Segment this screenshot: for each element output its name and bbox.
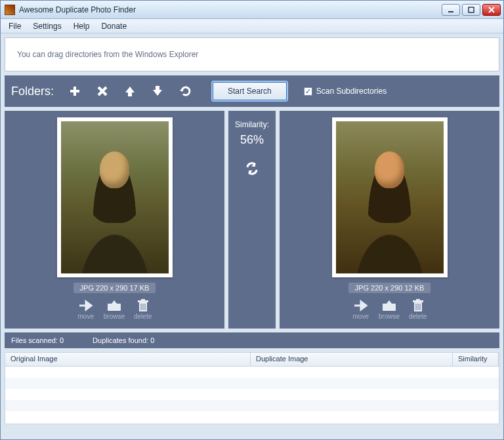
maximize-button[interactable] <box>462 4 480 16</box>
svg-rect-6 <box>138 300 148 302</box>
right-image-meta: JPG 220 x 290 12 KB <box>348 283 431 293</box>
svg-rect-11 <box>383 304 396 311</box>
right-panel: JPG 220 x 290 12 KB move browse delete <box>280 111 499 329</box>
folders-label: Folders: <box>11 85 54 98</box>
table-row <box>5 367 499 378</box>
right-delete-button[interactable]: delete <box>409 298 427 320</box>
col-original-image[interactable]: Original Image <box>5 353 251 366</box>
results-table-header: Original Image Duplicate Image Similarit… <box>5 352 499 367</box>
trash-icon <box>135 298 152 313</box>
remove-folder-button[interactable] <box>93 82 112 100</box>
folders-toolbar: Folders: Start Search Scan Subdirectorie… <box>5 75 499 107</box>
menu-settings[interactable]: Settings <box>28 20 66 32</box>
similarity-panel: Similarity: 56% <box>228 111 276 329</box>
minimize-button[interactable] <box>442 4 460 16</box>
left-image[interactable] <box>57 117 173 277</box>
status-bar: Files scanned: 0 Duplicates found: 0 <box>5 332 499 348</box>
scan-subdirs-label: Scan Subdirectories <box>316 87 387 96</box>
menu-help[interactable]: Help <box>68 20 95 32</box>
table-row <box>5 378 499 389</box>
hint-text: You can drag directories from the Window… <box>17 50 198 59</box>
close-button[interactable] <box>482 4 501 16</box>
hint-box: You can drag directories from the Window… <box>5 37 499 71</box>
right-image-content <box>336 121 444 273</box>
left-image-meta: JPG 220 x 290 17 KB <box>74 283 156 293</box>
status-files-scanned: Files scanned: 0 <box>11 336 64 344</box>
svg-rect-1 <box>469 7 474 12</box>
status-duplicates-found: Duplicates found: 0 <box>93 336 154 344</box>
arrow-right-icon <box>352 298 369 313</box>
table-row <box>5 411 499 422</box>
right-browse-button[interactable]: browse <box>379 298 400 320</box>
right-delete-label: delete <box>409 313 427 320</box>
undo-button[interactable] <box>176 82 194 100</box>
add-folder-button[interactable] <box>66 82 84 100</box>
right-browse-label: browse <box>379 313 400 320</box>
svg-rect-7 <box>141 299 145 300</box>
right-move-button[interactable]: move <box>352 298 369 320</box>
col-similarity[interactable]: Similarity <box>453 353 499 366</box>
svg-rect-14 <box>416 299 420 300</box>
left-delete-button[interactable]: delete <box>134 298 152 320</box>
window-title: Awesome Duplicate Photo Finder <box>19 5 136 14</box>
left-browse-label: browse <box>104 313 125 320</box>
left-delete-label: delete <box>134 313 152 320</box>
left-actions: move browse delete <box>77 298 152 320</box>
titlebar: Awesome Duplicate Photo Finder <box>1 1 503 19</box>
left-move-button[interactable]: move <box>77 298 94 320</box>
table-row <box>5 389 499 400</box>
move-up-button[interactable] <box>121 82 139 100</box>
left-browse-button[interactable]: browse <box>104 298 125 320</box>
left-move-label: move <box>78 313 94 320</box>
compare-row: JPG 220 x 290 17 KB move browse delete S… <box>5 111 499 329</box>
left-image-content <box>61 121 169 273</box>
right-move-label: move <box>353 313 369 320</box>
table-row <box>5 400 499 411</box>
start-search-button[interactable]: Start Search <box>213 82 287 100</box>
left-panel: JPG 220 x 290 17 KB move browse delete <box>5 111 224 329</box>
menu-donate[interactable]: Donate <box>96 20 132 32</box>
swap-button[interactable] <box>245 161 259 178</box>
scan-subdirs-checkbox[interactable] <box>304 87 312 96</box>
svg-rect-13 <box>413 300 423 302</box>
folder-up-icon <box>106 298 123 313</box>
app-icon <box>5 5 15 15</box>
svg-rect-4 <box>108 304 121 311</box>
right-image[interactable] <box>332 117 448 277</box>
similarity-value: 56% <box>240 133 264 147</box>
menubar: File Settings Help Donate <box>1 19 503 33</box>
menu-file[interactable]: File <box>3 20 26 32</box>
trash-icon <box>410 298 427 313</box>
results-table-body[interactable] <box>5 367 499 424</box>
arrow-right-icon <box>77 298 94 313</box>
start-search-label: Start Search <box>228 87 272 96</box>
move-down-button[interactable] <box>148 82 167 100</box>
similarity-label: Similarity: <box>235 120 269 129</box>
folder-up-icon <box>381 298 398 313</box>
col-duplicate-image[interactable]: Duplicate Image <box>251 353 453 366</box>
right-actions: move browse delete <box>352 298 427 320</box>
